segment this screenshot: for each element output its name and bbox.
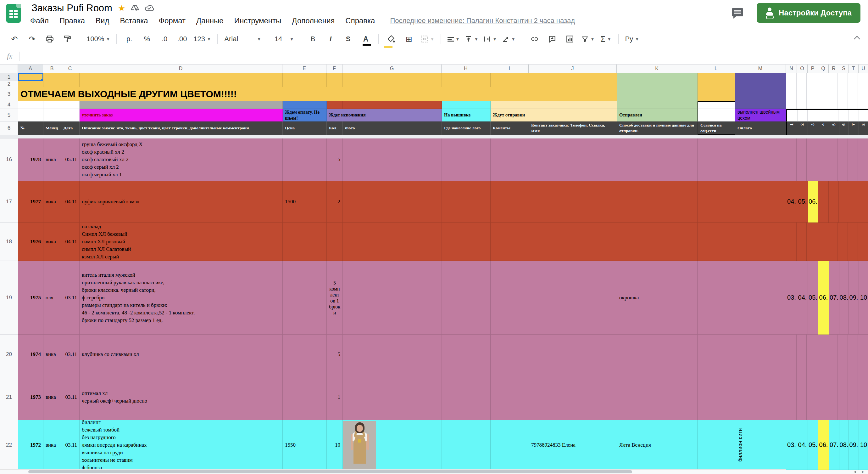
zoom-select[interactable]: 100%▼ [85,32,111,46]
col-header-H[interactable]: H [441,64,490,73]
scrollbar-thumb[interactable] [28,470,632,473]
header-payment[interactable]: Оплата [735,121,786,135]
order-description[interactable]: клубника со сливками хл [80,334,283,374]
format-currency-button[interactable]: p. [122,32,137,46]
day-mark[interactable]: 04. [786,181,797,223]
order-manager[interactable]: вика [43,181,61,223]
menu-insert[interactable]: Вставка [120,17,148,25]
header-date[interactable]: Дата [61,121,80,135]
day-mark[interactable]: 10 [859,261,868,334]
header-day-2[interactable]: 2 [797,121,808,135]
row-gutter-3[interactable]: 3 [0,87,18,101]
collapse-toolbar-icon[interactable] [854,36,860,42]
order-delivery[interactable]: окрошка [617,261,698,334]
day-mark-highlighted[interactable]: 06. [818,420,829,470]
col-header-U[interactable]: U [859,64,868,73]
row-gutter-17[interactable]: 17 [0,181,18,223]
day-mark[interactable]: 07. [829,261,839,334]
scroll-right-icon[interactable]: ► [861,470,865,474]
order-manager[interactable]: вика [43,223,61,261]
col-header-C[interactable]: C [61,64,79,73]
header-day-8[interactable]: 8 [859,121,868,135]
header-contact[interactable]: Контакт заказчика: Телефон, Ссылка, Имя [529,121,617,135]
status-awaiting-execution[interactable]: Ждет исполнения [327,109,442,121]
row-gutter-19[interactable]: 19 [0,261,18,334]
row-gutter-1[interactable]: 1 [0,73,18,81]
order-qty[interactable]: 5 комплектов 1 брюки [327,261,343,334]
insert-link-button[interactable] [527,32,542,46]
col-header-O[interactable]: O [797,64,808,73]
header-price[interactable]: Цена [283,121,327,135]
order-date[interactable]: 04.11 [61,223,80,261]
order-id[interactable]: 1975 [18,261,43,334]
order-description[interactable]: груша бежевый оксфорд X оксф красный хл … [80,139,283,181]
order-qty[interactable]: 2 [327,181,343,223]
order-manager[interactable]: оля [43,261,61,334]
order-delivery[interactable]: Ялта Венеция [617,420,698,470]
row-gutter-4[interactable]: 4 [0,101,18,109]
col-header-D[interactable]: D [79,64,282,73]
text-wrap-button[interactable]: ▼ [482,32,498,46]
order-date[interactable]: 03.11 [61,374,80,420]
col-header-P[interactable]: P [808,64,818,73]
text-color-button[interactable]: A [358,32,373,46]
day-mark[interactable]: 05. [797,181,808,223]
order-description[interactable]: на склад Симпл ХЛ бежевый симпл ХЛ розов… [80,223,283,261]
col-header-E[interactable]: E [282,64,327,73]
borders-button[interactable]: ⊞ [401,32,416,46]
day-mark[interactable]: 09. [849,420,859,470]
order-manager[interactable]: вика [43,420,61,470]
order-payment[interactable]: биллион сити [735,420,786,470]
increase-decimals-button[interactable]: .00 [175,32,190,46]
filter-button[interactable]: ▼ [580,32,596,46]
order-price[interactable]: 1500 [283,181,327,223]
menu-addons[interactable]: Дополнения [292,17,335,25]
hidden-rows-divider[interactable] [0,135,868,139]
header-description[interactable]: Описание заказа: что, ткань, цвет ткани,… [80,121,283,135]
row-gutter-5[interactable]: 5 [0,109,18,121]
order-qty[interactable]: 5 [327,334,343,374]
header-social-links[interactable]: Ссылки на соц.сети [698,121,735,135]
row-gutter-21[interactable]: 21 [0,374,18,420]
day-mark-highlighted[interactable]: 06. [808,181,818,223]
order-date[interactable]: 05.11 [61,139,80,181]
status-sent[interactable]: Отправлен [617,109,698,121]
col-header-K[interactable]: K [617,64,697,73]
bold-button[interactable]: B [305,32,320,46]
redo-button[interactable]: ↷ [25,32,40,46]
row-gutter-6[interactable]: 6 [0,121,18,135]
doc-title[interactable]: Заказы Pufi Room [31,2,112,14]
vertical-align-button[interactable]: ▼ [464,32,479,46]
status-done-by-workshop[interactable]: выполнен швейным цехом [735,109,786,121]
order-qty[interactable]: 10 [327,420,343,470]
day-mark[interactable]: 03. [786,261,797,334]
col-header-L[interactable]: L [697,64,735,73]
header-day-3[interactable]: 3 [808,121,818,135]
font-select[interactable]: Arial▼ [223,32,263,46]
more-formats-button[interactable]: 123▼ [192,32,212,46]
order-date[interactable]: 03.11 [61,261,80,334]
day-mark[interactable]: 07. [829,420,839,470]
order-description[interactable]: китель италия мужской приталенный рукав … [80,261,283,334]
order-id[interactable]: 1973 [18,374,43,420]
menu-edit[interactable]: Правка [59,17,85,25]
header-day-6[interactable]: 6 [839,121,849,135]
header-day-4[interactable]: 4 [818,121,829,135]
order-id[interactable]: 1974 [18,334,43,374]
order-description[interactable]: биллинг бежевый томбой без нагрудного ля… [80,420,283,470]
status-clarify-order[interactable]: уточнить заказ [80,109,283,121]
menu-help[interactable]: Справка [345,17,375,25]
menu-format[interactable]: Формат [159,17,186,25]
header-delivery[interactable]: Способ доставки и полные данные для отпр… [617,121,698,135]
menu-file[interactable]: Файл [30,17,49,25]
header-comments[interactable]: Коменты [491,121,529,135]
row-gutter-2[interactable]: 2 [0,81,18,87]
horizontal-scrollbar[interactable]: ◄ ► [0,469,868,474]
day-mark[interactable]: 04. [797,420,808,470]
day-mark[interactable]: 05. [808,261,818,334]
menu-tools[interactable]: Инструменты [234,17,281,25]
col-header-M[interactable]: M [735,64,786,73]
order-id[interactable]: 1976 [18,223,43,261]
day-mark[interactable]: 08. [839,420,849,470]
day-mark[interactable]: 10 [859,420,868,470]
